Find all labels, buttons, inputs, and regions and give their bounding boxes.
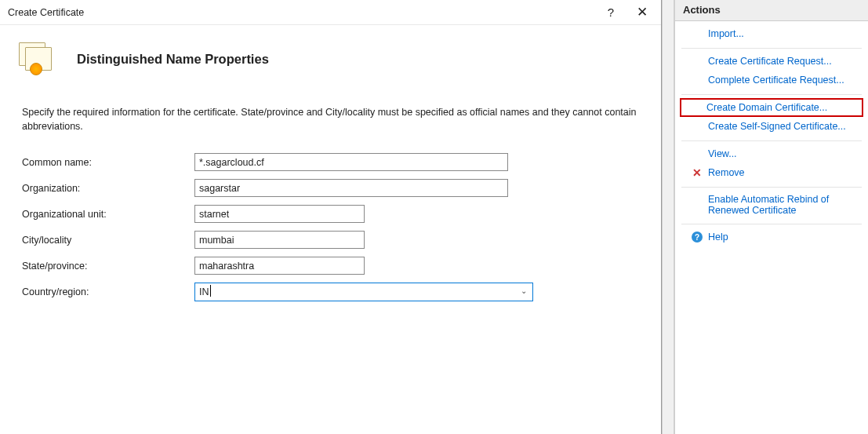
common-name-input[interactable] (194, 153, 508, 171)
help-icon: ? (692, 232, 703, 243)
country-label: Country/region: (22, 286, 194, 297)
city-input[interactable] (194, 231, 365, 249)
common-name-label: Common name: (22, 157, 194, 168)
action-label: View... (708, 148, 737, 159)
text-caret (210, 285, 211, 297)
close-button[interactable]: ✕ (626, 2, 658, 24)
organization-input[interactable] (194, 179, 508, 197)
header-title: Distinguished Name Properties (77, 52, 269, 67)
action-create-domain-cert[interactable]: Create Domain Certificate... (680, 98, 863, 117)
country-select[interactable]: ⌄ (194, 283, 533, 301)
action-label: Create Certificate Request... (708, 56, 832, 67)
action-create-request[interactable]: Create Certificate Request... (681, 52, 862, 71)
action-label: Import... (708, 28, 744, 39)
organization-label: Organization: (22, 183, 194, 194)
state-label: State/province: (22, 261, 194, 272)
action-complete-request[interactable]: Complete Certificate Request... (681, 71, 862, 89)
action-import[interactable]: Import... (681, 24, 862, 43)
remove-icon: ✕ (692, 166, 702, 179)
create-certificate-dialog: Create Certificate ? ✕ Distinguished Nam… (0, 0, 662, 434)
dialog-title: Create Certificate (8, 7, 595, 18)
state-input[interactable] (194, 257, 365, 275)
description-text: Specify the required information for the… (0, 99, 661, 149)
city-label: City/locality (22, 235, 194, 246)
vertical-divider (662, 0, 674, 434)
country-input[interactable] (194, 283, 533, 301)
action-label: Remove (708, 167, 745, 178)
action-remove[interactable]: ✕ Remove (681, 163, 862, 182)
certificate-icon (16, 39, 55, 78)
action-label: Create Domain Certificate... (706, 102, 827, 113)
action-label: Create Self-Signed Certificate... (708, 121, 846, 132)
org-unit-input[interactable] (194, 205, 365, 223)
help-button[interactable]: ? (595, 2, 626, 24)
action-label: Help (708, 232, 728, 243)
action-label: Enable Automatic Rebind of Renewed Certi… (708, 194, 854, 216)
actions-title: Actions (675, 0, 868, 21)
action-enable-rebind[interactable]: Enable Automatic Rebind of Renewed Certi… (681, 191, 862, 219)
dn-form: Common name: Organization: Organizationa… (0, 149, 661, 305)
org-unit-label: Organizational unit: (22, 209, 194, 220)
dialog-header: Distinguished Name Properties (0, 25, 661, 99)
action-create-self-signed[interactable]: Create Self-Signed Certificate... (681, 117, 862, 136)
titlebar: Create Certificate ? ✕ (0, 0, 661, 25)
actions-pane: Actions Import... Create Certificate Req… (674, 0, 868, 434)
action-view[interactable]: View... (681, 144, 862, 163)
action-help[interactable]: ? Help (681, 228, 862, 246)
action-label: Complete Certificate Request... (708, 75, 844, 86)
